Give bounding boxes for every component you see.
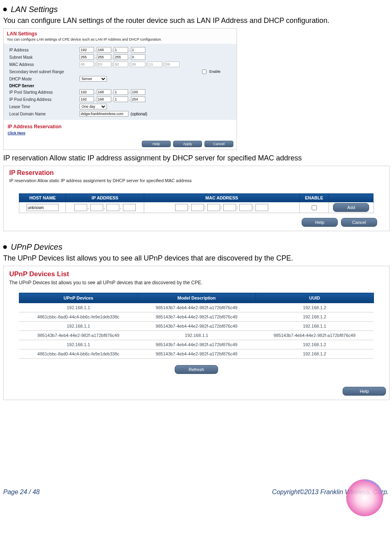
- start-3[interactable]: [114, 89, 128, 95]
- ip-octet-2[interactable]: [97, 47, 111, 53]
- table-cell: 4861cbbc-8ad0-44c4-bb6c-fe9e1deb338c: [19, 349, 138, 359]
- ip-octet-3[interactable]: [114, 47, 128, 53]
- lan-intro-text: You can configure LAN settings of the ro…: [3, 16, 389, 25]
- lease-time-row: Lease Time One day: [9, 103, 233, 110]
- cancel-button[interactable]: Cancel: [341, 218, 377, 227]
- dhcp-mode-select[interactable]: Server: [80, 76, 107, 82]
- help-button[interactable]: Help: [142, 141, 171, 147]
- mac-2[interactable]: [191, 204, 204, 211]
- svg-point-0: [346, 479, 383, 516]
- mask-octet-3[interactable]: [114, 54, 128, 60]
- table-row: 4861cbbc-8ad0-44c4-bb6c-fe9e1deb338c9851…: [19, 312, 374, 322]
- page-number: Page 24 / 48: [3, 489, 40, 496]
- mac-4[interactable]: [223, 204, 236, 211]
- ip-reservation-title: IP Address Reservation: [4, 120, 237, 131]
- mask-octet-2[interactable]: [97, 54, 111, 60]
- enable-checkbox[interactable]: [202, 70, 206, 74]
- table-row: 192.168.1.1985143b7-4eb4-44e2-982f-a172b…: [19, 322, 374, 331]
- section-upnp-heading: UPnP Devices: [3, 242, 389, 252]
- end-1[interactable]: [80, 96, 94, 102]
- table-cell: 192.168.1.2: [255, 349, 374, 359]
- end-3[interactable]: [114, 96, 128, 102]
- th-mac: MAC ADDRESS: [144, 194, 299, 202]
- ip-octet-4[interactable]: [131, 47, 145, 53]
- mac-5[interactable]: [239, 204, 252, 211]
- upnp-intro-text: The UPnP Devices list allows you to see …: [3, 254, 389, 263]
- ip-reservation-panel: IP Reservation IP reservation Allow stat…: [3, 166, 390, 231]
- end-2[interactable]: [97, 96, 111, 102]
- hostname-input[interactable]: [27, 204, 59, 211]
- subnet-mask-row: Subnet Mask . . .: [9, 53, 233, 61]
- th-host: HOST NAME: [19, 194, 66, 202]
- start-1[interactable]: [80, 89, 94, 95]
- table-row: . . . : : : : : Add: [19, 202, 374, 213]
- ip-2[interactable]: [90, 204, 103, 211]
- table-cell: 985143b7-4eb4-44e2-982f-a172bf876c49: [138, 322, 256, 331]
- table-cell: 192.168.1.1: [19, 322, 138, 331]
- pool-end-label: IP Pool Ending Address: [9, 97, 80, 102]
- pool-start-row: IP Pool Starting Address . . .: [9, 88, 233, 96]
- apply-button[interactable]: Apply: [173, 141, 202, 147]
- brand-logo-icon: [345, 478, 385, 518]
- start-4[interactable]: [131, 89, 145, 95]
- mac-address-label: MAC Address: [9, 62, 80, 67]
- th-ip: IP ADDRESS: [66, 194, 144, 202]
- table-cell: 985143b7-4eb4-44e2-982f-a172bf876c49: [138, 303, 256, 312]
- click-here-link[interactable]: Click Here: [4, 131, 237, 139]
- table-row: 4861cbbc-8ad0-44c4-bb6c-fe9e1deb338c9851…: [19, 349, 374, 359]
- table-cell: 985143b7-4eb4-44e2-982f-a172bf876c49: [19, 331, 138, 340]
- refresh-button[interactable]: Refresh: [175, 365, 218, 374]
- table-cell: 192.168.1.2: [255, 312, 374, 322]
- mac-address-row: MAC Address : : : : :: [9, 61, 233, 68]
- table-cell: 192.168.1.1: [138, 331, 256, 340]
- row-enable-checkbox[interactable]: [312, 205, 317, 210]
- enable-checkbox-wrap: Enable: [200, 68, 220, 75]
- enable-label: Enable: [209, 70, 220, 74]
- secondary-subnet-row: Secondary level subnet Range Enable: [9, 68, 233, 75]
- table-cell: 4861cbbc-8ad0-44c4-bb6c-fe9e1deb338c: [19, 312, 138, 322]
- panel1-desc: You can configure LAN settings of CPE de…: [4, 37, 237, 44]
- table-cell: 985143b7-4eb4-44e2-982f-a172bf876c49: [138, 340, 256, 349]
- ip-1[interactable]: [74, 204, 87, 211]
- start-2[interactable]: [97, 89, 111, 95]
- heading-text: UPnP Devices: [11, 242, 62, 252]
- panel3-title: UPnP Devices List: [4, 266, 389, 280]
- th-devices: UPnP Devices: [19, 293, 138, 303]
- mac-1[interactable]: [80, 62, 94, 67]
- lease-time-select[interactable]: One day: [80, 104, 107, 109]
- mac-4[interactable]: [131, 62, 145, 67]
- th-action: [329, 194, 374, 202]
- help-button[interactable]: Help: [302, 218, 338, 227]
- mac-6[interactable]: [255, 204, 268, 211]
- lan-settings-panel: LAN Settings You can configure LAN setti…: [3, 28, 237, 150]
- th-uuid: UUID: [255, 293, 374, 303]
- ip-octet-1[interactable]: [80, 47, 94, 53]
- add-button[interactable]: Add: [333, 203, 369, 212]
- th-enable: ENABLE: [299, 194, 329, 202]
- domain-input[interactable]: [80, 111, 129, 117]
- mac-1[interactable]: [175, 204, 188, 211]
- table-cell: 985143b7-4eb4-44e2-982f-a172bf876c49: [138, 349, 256, 359]
- mask-octet-4[interactable]: [131, 54, 145, 60]
- end-4[interactable]: [131, 96, 145, 102]
- mask-octet-1[interactable]: [80, 54, 94, 60]
- dhcp-mode-label: DHCP Mode: [9, 77, 80, 81]
- secondary-subnet-label: Secondary level subnet Range: [9, 70, 80, 74]
- cancel-button[interactable]: Cancel: [204, 141, 233, 147]
- mac-3[interactable]: [207, 204, 220, 211]
- mac-6[interactable]: [165, 62, 180, 67]
- ip-3[interactable]: [106, 204, 119, 211]
- mac-2[interactable]: [97, 62, 111, 67]
- dhcp-mode-row: DHCP Mode Server: [9, 75, 233, 82]
- th-model: Model Description: [138, 293, 256, 303]
- lease-time-label: Lease Time: [9, 105, 80, 109]
- mac-5[interactable]: [148, 62, 162, 67]
- pool-end-row: IP Pool Ending Address . . .: [9, 96, 233, 103]
- ip-4[interactable]: [123, 204, 136, 211]
- table-cell: 985143b7-4eb4-44e2-982f-a172bf876c49: [138, 312, 256, 322]
- heading-text: LAN Settings: [11, 5, 58, 14]
- subnet-mask-label: Subnet Mask: [9, 55, 80, 60]
- help-button[interactable]: Help: [343, 387, 386, 396]
- page-footer: Page 24 / 48 Copyright©2013 Franklin Wir…: [3, 489, 389, 496]
- mac-3[interactable]: [114, 62, 128, 67]
